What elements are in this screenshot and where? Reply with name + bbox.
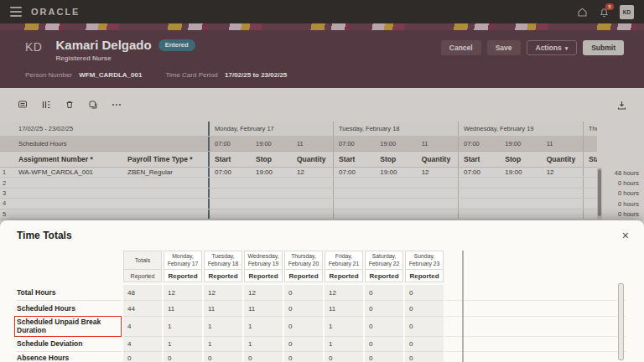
time-totals-modal: Time Totals × TotalsMonday, February 17T… (0, 220, 644, 362)
total-row-label: Schedule Deviation (17, 337, 122, 352)
modal-title: Time Totals (17, 230, 619, 241)
totals-day-header: Thursday, February 20 (284, 251, 323, 270)
header-filler (445, 270, 626, 282)
total-value-cell: 0 (284, 285, 323, 301)
totals-day-header: Saturday, February 22 (365, 251, 403, 270)
day-reported-header: Reported (284, 270, 323, 282)
totals-day-header: Friday, February 21 (325, 251, 363, 270)
total-value-cell: 0 (325, 352, 363, 362)
day-reported-header: Reported (244, 270, 283, 282)
total-value-cell: 11 (244, 301, 283, 317)
total-value-cell: 4 (123, 337, 162, 352)
total-value-cell: 0 (204, 352, 242, 362)
total-value-cell: 1 (204, 337, 242, 352)
total-value-cell: 44 (123, 301, 162, 317)
total-value-cell: 0 (365, 352, 403, 362)
total-row-label: Scheduled Hours (17, 301, 122, 317)
total-value-cell: 12 (244, 285, 283, 301)
total-value-cell: 1 (325, 317, 363, 337)
total-value-cell: 0 (365, 301, 403, 317)
total-value-cell: 48 (123, 285, 162, 301)
total-value-cell: 1 (204, 317, 242, 337)
total-value-cell: 11 (325, 301, 363, 317)
total-value-cell: 0 (164, 352, 202, 362)
table-edge-divider (462, 251, 464, 362)
total-value-cell: 0 (405, 337, 444, 352)
modal-scrollbar[interactable] (618, 283, 624, 360)
day-reported-header: Reported (365, 270, 403, 282)
totals-day-header: Monday, February 17 (164, 251, 202, 270)
total-value-cell: 12 (164, 285, 202, 301)
total-value-cell: 11 (204, 301, 242, 317)
total-value-cell: 0 (405, 285, 444, 301)
total-row-label: Absence Hours (17, 352, 122, 362)
row-filler (445, 352, 626, 362)
row-filler (445, 301, 626, 317)
day-reported-header: Reported (164, 270, 202, 282)
total-value-cell: 1 (325, 337, 363, 352)
total-value-cell: 0 (284, 352, 323, 362)
total-value-cell: 0 (123, 352, 162, 362)
day-reported-header: Reported (405, 270, 444, 282)
total-value-cell: 0 (244, 352, 283, 362)
label-column-spacer (17, 270, 122, 282)
day-reported-header: Reported (204, 270, 242, 282)
total-value-cell: 1 (244, 337, 283, 352)
day-reported-header: Reported (325, 270, 363, 282)
total-row-label: Total Hours (17, 285, 122, 301)
total-value-cell: 0 (405, 352, 444, 362)
label-column-spacer (17, 251, 122, 270)
row-filler (445, 317, 626, 337)
total-value-cell: 12 (325, 285, 363, 301)
highlight-annotation-box: Scheduled Unpaid Break Duration (14, 316, 122, 337)
total-row-label: Scheduled Unpaid Break Duration (17, 317, 122, 337)
total-value-cell: 1 (244, 317, 283, 337)
total-value-cell: 0 (365, 317, 403, 337)
total-value-cell: 0 (365, 285, 403, 301)
screen: ORACLE 5 KD KD Kamari Delgado Entered (0, 0, 644, 362)
total-value-cell: 4 (123, 317, 162, 337)
total-value-cell: 0 (405, 317, 444, 337)
totals-column-header: Totals (123, 251, 162, 270)
total-value-cell: 0 (365, 337, 403, 352)
totals-day-header: Sunday, February 23 (405, 251, 444, 270)
total-value-cell: 12 (204, 285, 242, 301)
total-value-cell: 0 (284, 337, 323, 352)
header-filler (445, 251, 626, 270)
row-filler (445, 337, 626, 352)
total-value-cell: 1 (164, 337, 202, 352)
total-value-cell: 11 (164, 301, 202, 317)
time-totals-table: TotalsMonday, February 17Tuesday, Februa… (17, 251, 626, 362)
total-value-cell: 0 (405, 301, 444, 317)
totals-day-header: Wednesday, February 19 (244, 251, 283, 270)
total-value-cell: 1 (164, 317, 202, 337)
totals-reported-header: Reported (123, 270, 162, 282)
totals-day-header: Tuesday, February 18 (204, 251, 242, 270)
total-value-cell: 0 (284, 317, 323, 337)
close-icon[interactable]: × (619, 230, 632, 241)
row-filler (445, 285, 626, 301)
total-value-cell: 0 (284, 301, 323, 317)
